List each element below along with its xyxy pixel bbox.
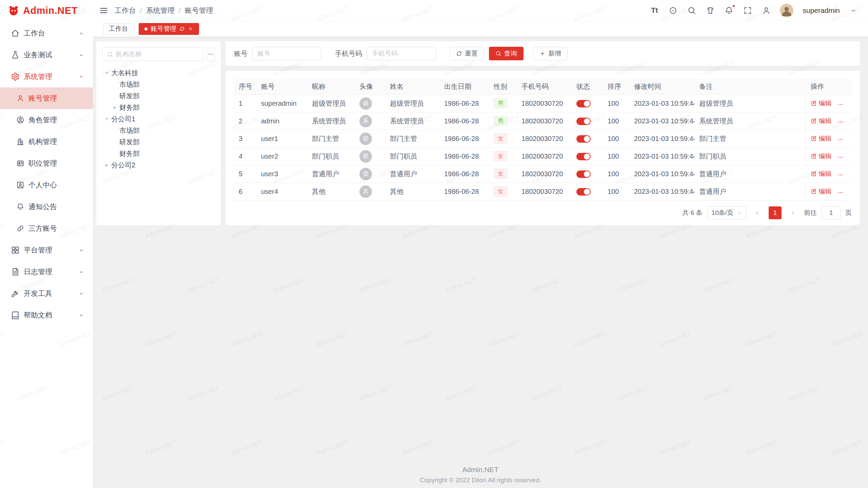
sidebar-item-1[interactable]: 业务测试	[0, 44, 93, 66]
status-toggle[interactable]	[576, 153, 591, 160]
user-menu-chevron-icon[interactable]	[848, 5, 859, 16]
gear-icon	[11, 72, 20, 81]
tree-node[interactable]: ▶市场部	[102, 79, 215, 90]
more-icon	[208, 51, 214, 58]
next-page-button[interactable]	[786, 206, 799, 219]
cell-account: user1	[256, 130, 307, 147]
status-toggle[interactable]	[576, 118, 591, 125]
tree-node[interactable]: ▶财务部	[102, 102, 215, 113]
notification-icon[interactable]	[724, 5, 734, 16]
more-actions-button[interactable]	[837, 171, 844, 178]
link-icon	[16, 224, 24, 232]
tree-node[interactable]: ▼大名科技	[102, 67, 215, 79]
breadcrumb-item[interactable]: 工作台	[115, 6, 136, 15]
more-actions-button[interactable]	[837, 136, 844, 143]
table-row: 5user3普通用户普普通用户1986-06-28女18020030720100…	[234, 165, 852, 183]
cell-seq: 6	[234, 183, 256, 200]
sidebar-subitem-2-6[interactable]: 三方账号	[0, 218, 93, 239]
sidebar-subitem-2-1[interactable]: 角色管理	[0, 109, 93, 131]
user-icon	[762, 6, 771, 15]
tree-caret-icon[interactable]: ▶	[102, 163, 111, 167]
status-toggle[interactable]	[576, 188, 591, 196]
add-button[interactable]: 新增	[533, 47, 568, 60]
sidebar-item-3[interactable]: 平台管理	[0, 239, 93, 261]
account-input[interactable]	[252, 47, 321, 60]
phone-label: 手机号码	[335, 49, 362, 58]
tab-1[interactable]: 账号管理	[139, 23, 199, 35]
tree-node[interactable]: ▶分公司2	[102, 159, 215, 171]
search-icon[interactable]	[687, 5, 697, 16]
sidebar-item-5[interactable]: 开发工具	[0, 283, 93, 304]
status-toggle[interactable]	[576, 100, 591, 107]
cell-account: user2	[256, 147, 307, 165]
menu-collapse-icon[interactable]	[99, 6, 108, 15]
fullscreen-icon[interactable]	[743, 5, 753, 16]
component-size-icon[interactable]	[668, 5, 678, 16]
current-page-button[interactable]: 1	[769, 206, 782, 219]
sidebar-subitem-2-0[interactable]: 账号管理	[0, 87, 93, 109]
sidebar-item-4[interactable]: 日志管理	[0, 261, 93, 283]
tree-node[interactable]: ▼分公司1	[102, 113, 215, 125]
org-more-button[interactable]	[207, 47, 215, 61]
refresh-icon	[179, 26, 185, 32]
sidebar-subitem-2-2[interactable]: 机构管理	[0, 131, 93, 152]
goto-page-input[interactable]	[822, 206, 841, 220]
chevron-down-icon	[78, 291, 84, 297]
search-button[interactable]: 查询	[489, 47, 524, 60]
tree-node-label: 财务部	[119, 103, 140, 112]
page-size-select[interactable]: 10条/页	[707, 206, 746, 220]
edit-button[interactable]: 编辑	[811, 99, 832, 108]
tree-node[interactable]: ▶研发部	[102, 90, 215, 102]
tree-node[interactable]: ▶研发部	[102, 136, 215, 148]
more-actions-button[interactable]	[837, 101, 844, 108]
sidebar-subitem-2-4[interactable]: 个人中心	[0, 174, 93, 196]
edit-button[interactable]: 编辑	[811, 134, 832, 143]
cell-seq: 2	[234, 112, 256, 130]
chevron-down-icon	[737, 210, 742, 216]
chevron-down-icon	[850, 7, 856, 14]
gender-tag: 女	[494, 151, 508, 161]
breadcrumb-item[interactable]: 账号管理	[185, 6, 213, 15]
sidebar-subitem-2-3[interactable]: 职位管理	[0, 152, 93, 174]
tree-node[interactable]: ▶财务部	[102, 148, 215, 159]
org-search-input[interactable]	[116, 50, 199, 58]
tree-caret-icon[interactable]: ▼	[102, 117, 111, 121]
logo[interactable]: Admin.NET	[0, 0, 93, 21]
more-actions-button[interactable]	[837, 189, 844, 196]
table-row: 1superadmin超级管理员超超级管理员1986-06-28男1802003…	[234, 95, 852, 112]
sidebar-item-6[interactable]: 帮助文档	[0, 304, 93, 326]
font-size-icon[interactable]: Tt	[649, 5, 659, 16]
profile-shortcut-icon[interactable]	[761, 5, 771, 16]
username[interactable]: superadmin	[803, 6, 840, 15]
user-avatar[interactable]	[780, 4, 793, 17]
tree-caret-icon[interactable]: ▼	[102, 70, 111, 75]
cell-birthday: 1986-06-28	[439, 147, 489, 165]
tree-node[interactable]: ▶市场部	[102, 125, 215, 136]
sidebar-subitem-2-5[interactable]: 通知公告	[0, 196, 93, 218]
phone-input[interactable]	[367, 47, 436, 60]
tree-caret-icon[interactable]: ▶	[111, 105, 119, 110]
footer-copyright: Copyright © 2022 Dilon All rights reserv…	[93, 476, 868, 484]
edit-button[interactable]: 编辑	[811, 152, 832, 161]
edit-button[interactable]: 编辑	[811, 169, 832, 178]
edit-icon	[811, 171, 817, 177]
edit-label: 编辑	[819, 187, 832, 196]
status-toggle[interactable]	[576, 135, 591, 143]
edit-button[interactable]: 编辑	[811, 117, 832, 125]
cell-phone: 18020030720	[517, 130, 572, 147]
prev-page-button[interactable]	[751, 206, 764, 219]
goto-label: 前往	[804, 208, 817, 217]
more-actions-button[interactable]	[837, 119, 844, 125]
breadcrumb-item[interactable]: 系统管理	[146, 6, 175, 15]
status-toggle[interactable]	[576, 170, 591, 178]
hamburger-icon	[99, 6, 108, 15]
account-panel: 账号 手机号码 重置 查询 新增 序号账号昵称头像姓名出生日期性别手机号码状态排…	[226, 41, 860, 225]
sidebar-item-0[interactable]: 工作台	[0, 22, 93, 44]
more-actions-button[interactable]	[837, 154, 844, 161]
edit-button[interactable]: 编辑	[811, 187, 832, 196]
cell-sort: 100	[603, 95, 629, 112]
sidebar-item-2[interactable]: 系统管理	[0, 66, 93, 87]
tab-0[interactable]: 工作台	[103, 23, 134, 35]
theme-icon[interactable]	[705, 5, 715, 16]
reset-button[interactable]: 重置	[450, 47, 484, 60]
